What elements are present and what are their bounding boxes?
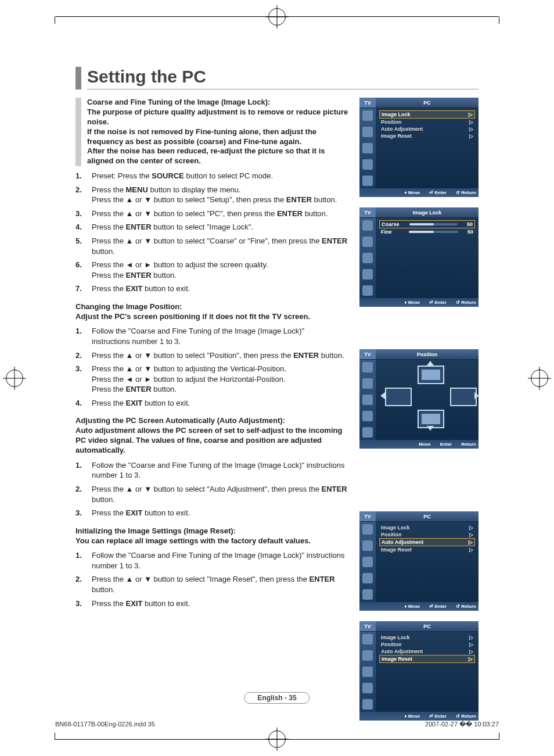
section4-intro: Initializing the Image Settings (Image R… <box>75 526 349 546</box>
osd-menu-item: Auto Adjustment▷ <box>379 126 475 132</box>
osd-pc-menu-3: TV PC Image Lock▷Position▷Auto Adjustmen… <box>359 621 479 721</box>
osd-menu-item: Auto Adjustment▷ <box>379 648 475 655</box>
step: 2.Press the ▲ or ▼ button to select "Ima… <box>75 574 349 594</box>
step: 1.Preset: Press the SOURCE button to sel… <box>75 171 349 181</box>
osd-menu-item: Position▷ <box>379 641 475 648</box>
osd-menu-item: Position▷ <box>379 119 475 126</box>
step: 1.Follow the "Coarse and Fine Tuning of … <box>75 550 349 571</box>
osd-pc-menu-2: TV PC Image Lock▷Position▷Auto Adjustmen… <box>359 511 479 611</box>
osd-menu-item: Image Lock▷ <box>379 524 475 531</box>
section1-intro: Coarse and Fine Tuning of the Image (Ima… <box>87 98 349 166</box>
osd2-title: Image Lock <box>376 207 479 217</box>
osd4-title: PC <box>376 511 479 521</box>
section1-steps: 1.Preset: Press the SOURCE button to sel… <box>75 171 349 293</box>
section4-steps: 1.Follow the "Coarse and Fine Tuning of … <box>75 550 349 608</box>
osd-foot-enter: ⏎ Enter <box>429 190 447 195</box>
osd-menu-item: Image Reset▷ <box>379 132 475 139</box>
osd-menu-item: Auto Adjustment▷ <box>379 538 475 546</box>
footer-date: 2007-02-27 �� 10:03:27 <box>425 721 499 728</box>
section2-steps: 1.Follow the "Coarse and Fine Tuning of … <box>75 326 349 408</box>
step: 5.Press the ▲ or ▼ button to select "Coa… <box>75 236 349 256</box>
osd5-title: PC <box>376 621 479 631</box>
osd-menu-item: Image Reset▷ <box>379 655 475 663</box>
step: 3.Press the EXIT button to exit. <box>75 599 349 609</box>
osd-menu-item: Position▷ <box>379 531 475 538</box>
osd-menu-item: Image Lock▷ <box>379 634 475 641</box>
section3-intro: Adjusting the PC Screen Automatically (A… <box>75 416 349 456</box>
page-number: English - 35 <box>244 692 310 704</box>
step: 3.Press the ▲ or ▼ button to adjusting t… <box>75 364 349 395</box>
osd-pc-menu-1: TV PC Image Lock▷Position▷Auto Adjustmen… <box>359 98 479 197</box>
step: 2.Press the ▲ or ▼ button to select "Aut… <box>75 484 349 504</box>
step: 4.Press the ENTER button to select "Imag… <box>75 222 349 232</box>
step: 3.Press the ▲ or ▼ button to select "PC"… <box>75 209 349 219</box>
osd-image-lock: TV Image Lock Coarse50Fine50 ♦ Move ⏎ En… <box>359 207 479 307</box>
page-title: Setting the PC <box>87 67 479 89</box>
osd-position: TV Position <box>359 349 479 449</box>
step: 2.Press the ▲ or ▼ button to select "Pos… <box>75 350 349 361</box>
osd-foot-return: ↺ Return <box>456 190 476 195</box>
section2-intro: Changing the Image Position:Adjust the P… <box>75 302 349 322</box>
osd-corner: TV <box>359 98 376 108</box>
step: 1.Follow the "Coarse and Fine Tuning of … <box>75 460 349 481</box>
osd1-title: PC <box>376 98 479 108</box>
osd-slider: Fine50 <box>379 228 475 235</box>
step: 4.Press the EXIT button to exit. <box>75 398 349 409</box>
step: 1.Follow the "Coarse and Fine Tuning of … <box>75 326 349 346</box>
step: 2.Press the MENU button to display the m… <box>75 185 349 205</box>
osd-menu-item: Image Lock▷ <box>379 110 475 119</box>
step: 3.Press the EXIT button to exit. <box>75 508 349 518</box>
osd-menu-item: Image Reset▷ <box>379 546 475 553</box>
section3-steps: 1.Follow the "Coarse and Fine Tuning of … <box>75 460 349 518</box>
step: 7.Press the EXIT button to exit. <box>75 284 349 294</box>
position-diagram <box>379 362 475 429</box>
osd3-title: Position <box>376 349 479 359</box>
footer-file: BN68-01177B-00Eng-0226.indd 35 <box>55 721 155 728</box>
step: 6.Press the ◄ or ► button to adjust the … <box>75 260 349 280</box>
osd-slider: Coarse50 <box>379 220 475 228</box>
osd-foot-move: ♦ Move <box>405 190 420 195</box>
